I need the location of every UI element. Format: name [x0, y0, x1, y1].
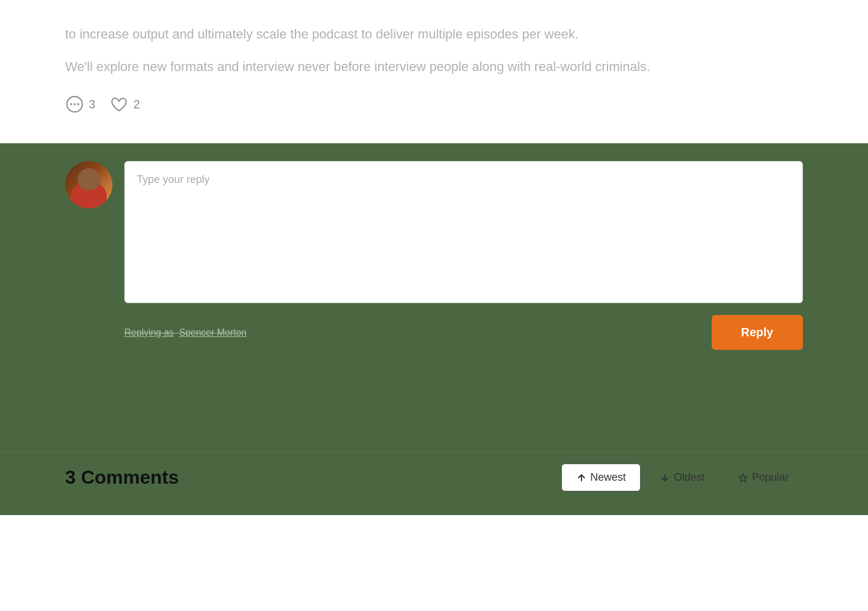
arrow-up-icon	[576, 472, 587, 483]
article-actions: 3 2	[65, 95, 803, 126]
avatar	[65, 161, 112, 208]
svg-point-3	[77, 104, 79, 106]
article-section: to increase output and ultimately scale …	[0, 0, 868, 143]
sort-popular[interactable]: Popular	[724, 464, 803, 491]
comment-action[interactable]: 3	[65, 95, 95, 114]
comment-icon	[65, 95, 84, 114]
page-wrapper: to increase output and ultimately scale …	[0, 0, 868, 611]
article-text-line1: to increase output and ultimately scale …	[65, 24, 803, 44]
reply-section: Replying as Spencer Morton Reply	[0, 143, 868, 451]
heart-icon	[110, 95, 128, 114]
sort-newest-label: Newest	[590, 471, 626, 484]
reply-footer: Replying as Spencer Morton Reply	[124, 315, 803, 350]
sort-oldest-label: Oldest	[674, 471, 705, 484]
article-text-line2: We'll explore new formats and interview …	[65, 56, 803, 77]
svg-point-1	[70, 104, 72, 106]
comments-section: 3 Comments Newest Oldest	[0, 451, 868, 515]
comment-count: 3	[89, 98, 95, 111]
like-action[interactable]: 2	[110, 95, 140, 114]
svg-point-2	[73, 104, 76, 106]
reply-form-container: Replying as Spencer Morton Reply	[65, 161, 803, 350]
replying-as-user: Spencer Morton	[179, 327, 247, 337]
star-icon	[738, 472, 748, 483]
sort-newest[interactable]: Newest	[561, 464, 641, 491]
arrow-down-icon	[660, 472, 670, 483]
sort-oldest[interactable]: Oldest	[645, 464, 719, 491]
comments-header: 3 Comments Newest Oldest	[65, 464, 803, 491]
sort-options: Newest Oldest Popular	[561, 464, 803, 491]
comments-count: 3 Comments	[65, 467, 179, 488]
replying-as-text: Replying as Spencer Morton	[124, 327, 246, 338]
reply-textarea-wrapper: Replying as Spencer Morton Reply	[124, 161, 803, 350]
sort-popular-label: Popular	[752, 471, 789, 484]
like-count: 2	[133, 98, 140, 111]
replying-as-prefix: Replying as	[124, 327, 174, 337]
reply-button[interactable]: Reply	[712, 315, 803, 350]
reply-textarea[interactable]	[124, 161, 803, 303]
